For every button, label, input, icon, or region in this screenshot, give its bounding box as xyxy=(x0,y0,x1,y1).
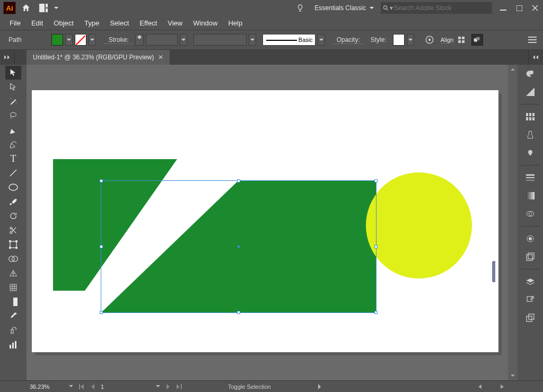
status-menu-button[interactable] xyxy=(316,382,324,391)
pen-tool[interactable] xyxy=(5,123,21,137)
panel-drawer-handle[interactable] xyxy=(492,261,495,282)
selection-handle-s[interactable] xyxy=(237,311,240,314)
recolor-artwork-button[interactable] xyxy=(423,33,436,47)
graphic-style-swatch[interactable] xyxy=(393,34,405,46)
close-button[interactable] xyxy=(527,2,543,14)
selection-handle-sw[interactable] xyxy=(100,311,103,314)
workspace-switcher[interactable]: Essentials Classic xyxy=(311,2,378,14)
asset-export-panel-button[interactable] xyxy=(522,293,538,307)
stroke-panel-button[interactable] xyxy=(522,171,538,185)
stroke-weight-dropdown[interactable] xyxy=(180,34,187,46)
brush-dropdown[interactable] xyxy=(318,34,325,46)
align-panel-link[interactable]: Align xyxy=(441,37,453,43)
graphic-styles-panel-button[interactable] xyxy=(522,250,538,264)
layers-panel-button[interactable] xyxy=(522,275,538,289)
selection-handle-e[interactable] xyxy=(374,245,378,248)
tools-expand-button[interactable] xyxy=(0,50,15,65)
artboard[interactable] xyxy=(32,90,498,352)
brush-definition[interactable]: Basic xyxy=(262,34,316,46)
color-guide-panel-button[interactable] xyxy=(522,85,538,99)
hscroll-left-button[interactable] xyxy=(475,382,484,391)
brushes-panel-button[interactable] xyxy=(522,128,538,142)
selection-handle-ne[interactable] xyxy=(374,179,378,182)
isolate-button[interactable] xyxy=(471,34,483,46)
hscroll-right-button[interactable] xyxy=(498,382,507,391)
menu-view[interactable]: View xyxy=(162,17,188,29)
maximize-button[interactable] xyxy=(511,2,527,14)
ellipse-tool[interactable] xyxy=(5,180,21,194)
menu-edit[interactable]: Edit xyxy=(26,17,48,29)
stock-search[interactable]: ▾ xyxy=(381,2,492,14)
minimize-button[interactable] xyxy=(495,2,511,14)
selection-handle-nw[interactable] xyxy=(100,179,103,182)
scissors-tool[interactable] xyxy=(5,223,21,237)
graphic-style-dropdown[interactable] xyxy=(407,34,414,46)
stroke-weight-stepper[interactable] xyxy=(135,34,144,46)
variable-width-profile[interactable] xyxy=(194,34,247,46)
line-segment-tool[interactable] xyxy=(5,166,21,180)
free-transform-tool[interactable] xyxy=(5,238,21,251)
selection-tool[interactable] xyxy=(5,66,21,80)
first-artboard-button[interactable] xyxy=(77,382,86,391)
stroke-swatch[interactable] xyxy=(75,34,86,46)
scroll-up-button[interactable] xyxy=(508,65,518,73)
panels-expand-button[interactable] xyxy=(528,50,543,65)
last-artboard-button[interactable] xyxy=(175,382,183,391)
shape-builder-tool[interactable] xyxy=(5,252,21,266)
stroke-weight-field[interactable] xyxy=(146,34,178,46)
discover-button[interactable] xyxy=(292,0,308,16)
gradient-panel-button[interactable] xyxy=(522,189,538,203)
document-tab[interactable]: Untitled-1* @ 36.23% (RGB/GPU Preview) ✕ xyxy=(27,50,170,65)
arrange-documents-button[interactable] xyxy=(38,0,59,16)
selection-handle-w[interactable] xyxy=(100,245,103,248)
next-artboard-button[interactable] xyxy=(164,382,173,391)
stroke-dropdown[interactable] xyxy=(89,34,96,46)
appearance-panel-button[interactable] xyxy=(522,232,538,246)
transparency-panel-button[interactable] xyxy=(522,207,538,221)
menu-effect[interactable]: Effect xyxy=(134,17,162,29)
column-graph-tool[interactable] xyxy=(5,338,21,352)
swatches-panel-button[interactable] xyxy=(522,110,538,124)
gradient-tool[interactable] xyxy=(5,295,21,309)
selection-center[interactable] xyxy=(238,246,240,248)
menu-object[interactable]: Object xyxy=(48,17,79,29)
selection-handle-n[interactable] xyxy=(237,179,240,182)
selection-bounds[interactable] xyxy=(101,180,376,313)
prev-artboard-button[interactable] xyxy=(88,382,97,391)
canvas-viewport[interactable] xyxy=(27,65,508,380)
symbols-panel-button[interactable] xyxy=(522,146,538,160)
artboards-panel-button[interactable] xyxy=(522,311,538,325)
perspective-grid-tool[interactable] xyxy=(5,266,21,280)
paintbrush-tool[interactable] xyxy=(5,195,21,208)
curvature-tool[interactable] xyxy=(5,137,21,151)
menu-window[interactable]: Window xyxy=(188,17,223,29)
lasso-tool[interactable] xyxy=(5,109,21,123)
zoom-dropdown[interactable] xyxy=(67,382,75,391)
symbol-sprayer-tool[interactable] xyxy=(5,324,21,337)
menu-file[interactable]: File xyxy=(4,17,26,29)
yellow-circle[interactable] xyxy=(366,172,472,278)
variable-width-dropdown[interactable] xyxy=(249,34,256,46)
fill-swatch[interactable] xyxy=(51,34,63,46)
menu-type[interactable]: Type xyxy=(79,17,104,29)
rotate-tool[interactable] xyxy=(5,209,21,223)
artboard-number-field[interactable]: 1 xyxy=(99,384,152,390)
type-tool[interactable]: T xyxy=(5,152,21,165)
stock-search-input[interactable] xyxy=(394,4,490,12)
direct-selection-tool[interactable] xyxy=(5,80,21,94)
scroll-down-button[interactable] xyxy=(508,372,518,380)
color-panel-button[interactable] xyxy=(522,67,538,81)
artboard-dropdown[interactable] xyxy=(154,382,162,391)
fill-dropdown[interactable] xyxy=(65,34,73,46)
home-button[interactable] xyxy=(18,0,34,16)
opacity-panel-link[interactable]: Opacity: xyxy=(332,36,364,44)
magic-wand-tool[interactable] xyxy=(5,94,21,108)
control-menu-button[interactable] xyxy=(526,33,539,46)
stroke-panel-link[interactable]: Stroke: xyxy=(104,36,133,44)
tab-close-button[interactable]: ✕ xyxy=(158,54,163,61)
eyedropper-tool[interactable] xyxy=(5,309,21,323)
selection-handle-se[interactable] xyxy=(374,311,378,314)
menu-help[interactable]: Help xyxy=(223,17,248,29)
zoom-level-field[interactable]: 36.23% xyxy=(28,384,65,390)
scroll-track[interactable] xyxy=(508,73,518,372)
